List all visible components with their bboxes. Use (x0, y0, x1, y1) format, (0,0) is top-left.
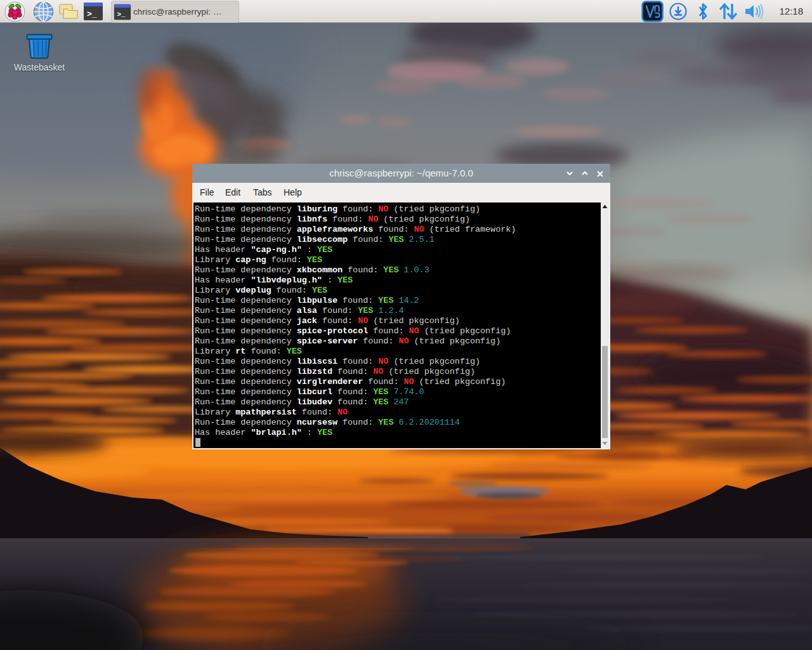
svg-text:>_: >_ (87, 10, 97, 19)
svg-text:>_: >_ (117, 11, 126, 18)
